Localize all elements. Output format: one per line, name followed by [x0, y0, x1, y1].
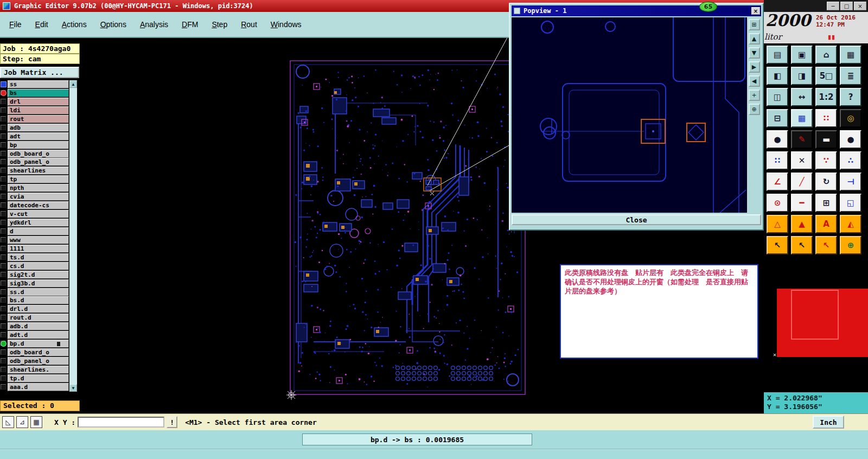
layer-row-bs.d[interactable]: bs.d: [0, 296, 69, 305]
layer-visibility-checkbox[interactable]: [1, 185, 6, 190]
layer-row-drl.d[interactable]: drl.d: [0, 305, 69, 314]
list-icon[interactable]: ≣: [840, 67, 861, 85]
layer-visibility-checkbox[interactable]: [1, 194, 6, 199]
select-cursor-dot-icon[interactable]: ↖: [791, 236, 813, 254]
layer-visibility-checkbox[interactable]: [1, 133, 6, 139]
close-icon[interactable]: ×: [854, 2, 866, 10]
layer-row-rout[interactable]: rout: [0, 115, 69, 124]
red-dash-icon[interactable]: ━: [791, 194, 813, 212]
popview-scroll-up-icon[interactable]: ▲: [749, 33, 760, 44]
diagonal-line-icon[interactable]: ╱: [791, 173, 813, 191]
layer-visibility-checkbox[interactable]: [1, 168, 6, 173]
layer-name[interactable]: bs.d: [8, 296, 69, 304]
layer-visibility-checkbox[interactable]: [1, 220, 6, 225]
menu-analysis[interactable]: Analysis: [135, 18, 173, 30]
layer-name[interactable]: rout: [8, 115, 69, 123]
layer-name[interactable]: shearlines.: [8, 366, 69, 374]
layer-row-tp.d[interactable]: tp.d: [0, 374, 69, 383]
layer-visibility-checkbox[interactable]: [1, 375, 6, 381]
layer-name[interactable]: cvia: [8, 193, 69, 201]
zoom-preset-icon[interactable]: 5□: [815, 67, 837, 85]
measure-angle-icon[interactable]: ⊿: [16, 416, 28, 428]
popview-canvas[interactable]: [512, 17, 747, 213]
layer-name[interactable]: ydkdrl: [8, 219, 69, 227]
layer-name[interactable]: sig3b.d: [8, 279, 69, 288]
cluster-icon[interactable]: ∷: [767, 151, 788, 170]
home-view-icon[interactable]: ⌂: [815, 46, 837, 64]
layer-row-rout.d[interactable]: rout.d: [0, 314, 69, 322]
select-cursor-icon[interactable]: ↖: [767, 236, 788, 254]
rotate-icon[interactable]: ↻: [815, 173, 837, 191]
layer-row-d[interactable]: d: [0, 227, 69, 236]
layer-visibility-checkbox[interactable]: [1, 246, 6, 251]
layer-visibility-checkbox[interactable]: [1, 237, 6, 243]
layer-row-shearlines.[interactable]: shearlines.: [0, 366, 69, 374]
small-target-icon[interactable]: ⊙: [767, 194, 788, 212]
scroll-up-icon[interactable]: ▲: [69, 80, 77, 88]
units-button[interactable]: Inch: [813, 416, 844, 429]
job-matrix-button[interactable]: Job Matrix ...: [0, 67, 79, 78]
layer-name[interactable]: rout.d: [8, 314, 69, 322]
layer-visibility-checkbox[interactable]: [1, 272, 6, 277]
layer-row-datecode-cs[interactable]: datecode-cs: [0, 201, 69, 210]
layer-row-cvia[interactable]: cvia: [0, 193, 69, 201]
layer-row-odb_board_o[interactable]: odb_board_o: [0, 150, 69, 158]
layer-visibility-checkbox[interactable]: [1, 176, 6, 182]
menu-options[interactable]: Options: [95, 18, 131, 30]
layer-name[interactable]: drl: [8, 98, 69, 106]
copy-layer-icon[interactable]: ◱: [840, 194, 861, 212]
popview-window-icon[interactable]: ⊞: [749, 19, 760, 30]
layer-row-adt[interactable]: adt: [0, 132, 69, 141]
layer-row-odb_panel_o[interactable]: odb_panel_o: [0, 357, 69, 366]
register-icon[interactable]: ⊞: [815, 194, 837, 212]
layer-name[interactable]: ss.d: [8, 288, 69, 296]
layer-row-adb[interactable]: adb: [0, 124, 69, 132]
layer-name[interactable]: ldi: [8, 106, 69, 114]
layer-name[interactable]: tp: [8, 175, 69, 183]
layer-name[interactable]: ts.d: [8, 253, 69, 262]
grid-toggle-icon[interactable]: ▦: [30, 416, 42, 428]
sketch-icon[interactable]: ✎: [791, 130, 813, 149]
layer-name[interactable]: 1111: [8, 245, 69, 253]
layer-row-ss.d[interactable]: ss.d: [0, 288, 69, 297]
popview-zoom-icon[interactable]: ⊕: [749, 104, 760, 115]
triangle-filled-icon[interactable]: ▲: [791, 215, 813, 233]
overview-pane[interactable]: ✕: [764, 288, 868, 361]
draw-line-icon[interactable]: ◺: [2, 416, 14, 428]
layer-row-1111[interactable]: 1111: [0, 245, 69, 253]
layer-row-shearlines[interactable]: shearlines: [0, 167, 69, 175]
layer-name[interactable]: odb_panel_o: [8, 357, 69, 365]
layer-visibility-checkbox[interactable]: [1, 349, 6, 355]
layer-name[interactable]: www: [8, 236, 69, 244]
xy-input[interactable]: [78, 417, 164, 428]
layer-row-www[interactable]: www: [0, 236, 69, 245]
layer-name[interactable]: odb_board_o: [8, 348, 69, 356]
layer-row-v-cut[interactable]: v-cut: [0, 210, 69, 219]
popview-scroll-right-icon[interactable]: ▶: [749, 61, 760, 73]
display-icon[interactable]: ▣: [791, 46, 813, 64]
triangle-outline-icon[interactable]: △: [767, 215, 788, 233]
layer-visibility-checkbox[interactable]: [1, 332, 6, 337]
popview-close-button[interactable]: Close: [512, 214, 761, 225]
help-icon[interactable]: ?: [840, 88, 861, 106]
dots-icon[interactable]: ∵: [815, 151, 837, 170]
netlist-icon[interactable]: ⊟: [767, 109, 788, 127]
popview-title-bar[interactable]: Popview - 1 ×: [512, 5, 761, 16]
pan-left-icon[interactable]: ◧: [767, 67, 788, 85]
tile-windows-icon[interactable]: ◫: [767, 88, 788, 106]
layer-visibility-checkbox[interactable]: [1, 315, 6, 320]
grid-icon[interactable]: ▦: [791, 109, 813, 127]
layer-name[interactable]: datecode-cs: [8, 201, 69, 209]
layer-visibility-checkbox[interactable]: [1, 263, 6, 269]
layer-row-odb_board_o[interactable]: odb_board_o: [0, 348, 69, 357]
layer-visibility-checkbox[interactable]: [1, 297, 6, 303]
layer-name[interactable]: adt: [8, 132, 69, 141]
angle-line-icon[interactable]: ∠: [767, 173, 788, 191]
layer-visibility-checkbox[interactable]: [1, 159, 6, 164]
snap-target-icon[interactable]: ◎: [840, 109, 861, 127]
layer-row-npth[interactable]: npth: [0, 184, 69, 193]
layer-name[interactable]: cs.d: [8, 262, 69, 270]
line-width-icon[interactable]: ▬: [815, 130, 837, 149]
layer-row-bp[interactable]: bp: [0, 141, 69, 150]
layer-row-bp.d[interactable]: bp.d: [0, 340, 69, 348]
